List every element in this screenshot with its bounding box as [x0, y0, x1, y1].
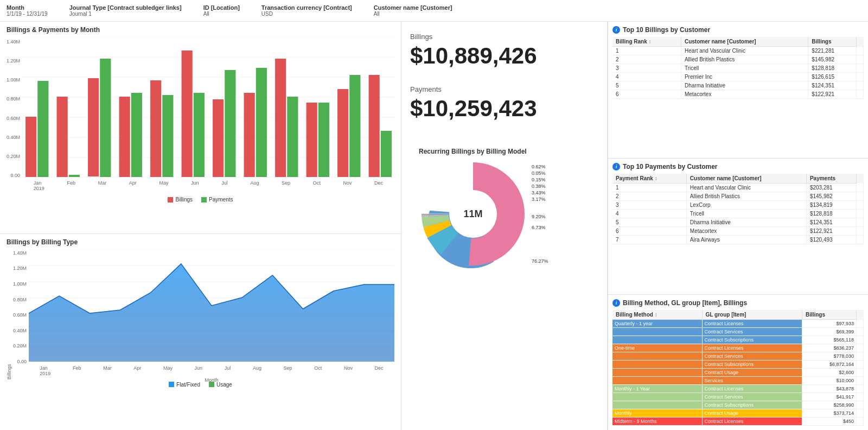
svg-rect-30	[369, 75, 380, 177]
table-row: One-timeContract Licenses$836,237	[612, 344, 864, 352]
svg-text:11M: 11M	[463, 208, 482, 219]
donut-legend: 0.62% 0.05% 0.15% 0.38% 3.43% 3.17% 9.20…	[527, 164, 548, 264]
table-row: 5Dharma Initiative$124,351	[612, 218, 864, 226]
svg-rect-22	[244, 93, 255, 177]
billing-type-title: Billings by Billing Type	[7, 238, 394, 246]
top10-billings-table: Billing Rank ↕ Customer name [Customer] …	[612, 37, 864, 99]
svg-rect-14	[119, 97, 130, 177]
billing-method-title: Billing Method, GL group [Item], Billing…	[623, 299, 747, 307]
table-row: 2Allied British Plastics$145,982	[612, 55, 864, 64]
billing-method-table: Billing Method ↕ GL group [Item] Billing…	[612, 310, 864, 426]
table-row: Midterm - 9 MonthsContract Licenses$450	[612, 418, 864, 426]
billings-payments-title: Billings & Payments by Month	[7, 26, 394, 34]
donut-section: Recurring Billings by Billing Model	[410, 143, 598, 273]
main-content: Billings & Payments by Month 1.40M 1.20M…	[0, 22, 868, 430]
billings-amount-col-header: Billings	[802, 310, 856, 320]
table-row: Contract Subscriptions$258,990	[612, 401, 864, 409]
bar-chart-svg	[22, 37, 394, 178]
svg-rect-20	[213, 99, 224, 177]
area-chart-svg	[29, 249, 394, 363]
svg-rect-12	[88, 78, 99, 176]
table-row: Services$10,000	[612, 377, 864, 385]
top10-payments-title: Top 10 Payments by Customer	[623, 163, 718, 170]
table-row: 1Heart and Vascular Clinic$203,281	[612, 183, 864, 192]
filter-item: Transaction currency [Contract]USD	[261, 4, 352, 17]
scroll-spacer2	[857, 174, 864, 184]
billing-method-col-header: Billing Method ↕	[612, 310, 702, 320]
top10-payments-table-container[interactable]: Payment Rank ↕ Customer name [Customer] …	[612, 174, 864, 244]
filter-item: ID [Location]All	[203, 4, 240, 17]
svg-rect-13	[100, 59, 111, 177]
svg-rect-17	[162, 95, 173, 177]
filter-item: Customer name [Customer]All	[374, 4, 452, 17]
billing-rank-header: Billing Rank ↕	[612, 37, 681, 47]
table-row: 2Allied British Plastics$145,982	[612, 192, 864, 200]
legend-billings: Billings	[168, 197, 193, 203]
recurring-billings-title: Recurring Billings by Billing Model	[419, 148, 590, 155]
table-row: 6Metacortex$122,921	[612, 90, 864, 99]
svg-rect-29	[349, 75, 360, 177]
payments-info-icon: i	[612, 163, 620, 170]
svg-rect-31	[381, 131, 392, 177]
top10-payments-section: i Top 10 Payments by Customer Payment Ra…	[608, 159, 868, 295]
table-row: Contract Services$41,917	[612, 393, 864, 401]
billings-kpi-label: Billings	[410, 33, 598, 41]
middle-panel: Billings $10,889,426 Payments $10,259,42…	[401, 22, 608, 430]
left-panel: Billings & Payments by Month 1.40M 1.20M…	[0, 22, 401, 430]
right-panel: i Top 10 Billings by Customer Billing Ra…	[608, 22, 868, 430]
svg-rect-28	[337, 89, 348, 177]
bar-chart-legend: Billings Payments	[7, 197, 394, 203]
scroll-spacer	[857, 37, 864, 47]
usage-legend-dot	[209, 382, 214, 387]
table-row: 3Tricell$128,818	[612, 64, 864, 73]
table-row: 4Premier Inc$126,615	[612, 73, 864, 81]
svg-rect-18	[182, 50, 193, 177]
table-row: 3LexCorp$134,819	[612, 200, 864, 209]
billing-method-info-icon: i	[612, 299, 620, 307]
scroll-spacer3	[857, 310, 864, 320]
filter-item: Journal Type [Contract subledger links]J…	[69, 4, 182, 17]
filter-bar: Month1/1/19 - 12/31/19Journal Type [Cont…	[0, 0, 868, 22]
payments-legend-dot	[201, 197, 207, 203]
svg-rect-16	[150, 80, 161, 177]
table-row: Quarterly - 1 yearContract Licenses$97,9…	[612, 320, 864, 328]
legend-payments: Payments	[201, 197, 233, 203]
payment-rank-header: Payment Rank ↕	[612, 174, 686, 184]
table-row: Contract Services$69,399	[612, 328, 864, 336]
customer-name-pay-header: Customer name [Customer]	[686, 174, 806, 184]
table-row: Contract Usage$2,600	[612, 369, 864, 377]
billings-payments-section: Billings & Payments by Month 1.40M 1.20M…	[0, 22, 401, 234]
top10-billings-header: i Top 10 Billings by Customer	[612, 26, 864, 34]
svg-rect-24	[275, 59, 286, 177]
billing-method-header: i Billing Method, GL group [Item], Billi…	[612, 299, 864, 307]
table-row: 4Tricell$128,818	[612, 209, 864, 218]
table-row: 5Dharma Initiative$124,351	[612, 81, 864, 90]
svg-rect-23	[256, 68, 267, 177]
svg-rect-25	[287, 97, 298, 177]
svg-rect-27	[318, 103, 329, 177]
customer-name-header: Customer name [Customer]	[681, 37, 808, 47]
svg-rect-19	[194, 93, 205, 177]
billing-method-table-container[interactable]: Billing Method ↕ GL group [Item] Billing…	[612, 310, 864, 426]
svg-rect-11	[69, 175, 80, 177]
top10-billings-table-container[interactable]: Billing Rank ↕ Customer name [Customer] …	[612, 37, 864, 99]
svg-rect-15	[131, 93, 142, 177]
billings-header: Billings	[808, 37, 857, 47]
billings-kpi-value: $10,889,426	[410, 43, 598, 69]
flat-legend-dot	[169, 382, 174, 387]
svg-rect-10	[57, 97, 68, 177]
billings-info-icon: i	[612, 26, 620, 34]
top10-payments-table: Payment Rank ↕ Customer name [Customer] …	[612, 174, 864, 244]
svg-rect-9	[37, 81, 48, 177]
table-row: 7Aira Airways$120,493	[612, 235, 864, 244]
payments-col-header: Payments	[806, 174, 856, 184]
top10-billings-title: Top 10 Billings by Customer	[623, 26, 710, 34]
table-row: Contract Subscriptions$565,118	[612, 336, 864, 344]
table-row: 6Metacortex$122,921	[612, 226, 864, 235]
billing-method-section: i Billing Method, GL group [Item], Billi…	[608, 295, 868, 430]
billings-kpi: Billings $10,889,426	[410, 33, 598, 69]
svg-rect-21	[225, 70, 235, 177]
top10-billings-section: i Top 10 Billings by Customer Billing Ra…	[608, 22, 868, 159]
gl-group-col-header: GL group [Item]	[702, 310, 802, 320]
table-row: MonthlyContract Usage$373,714	[612, 409, 864, 418]
